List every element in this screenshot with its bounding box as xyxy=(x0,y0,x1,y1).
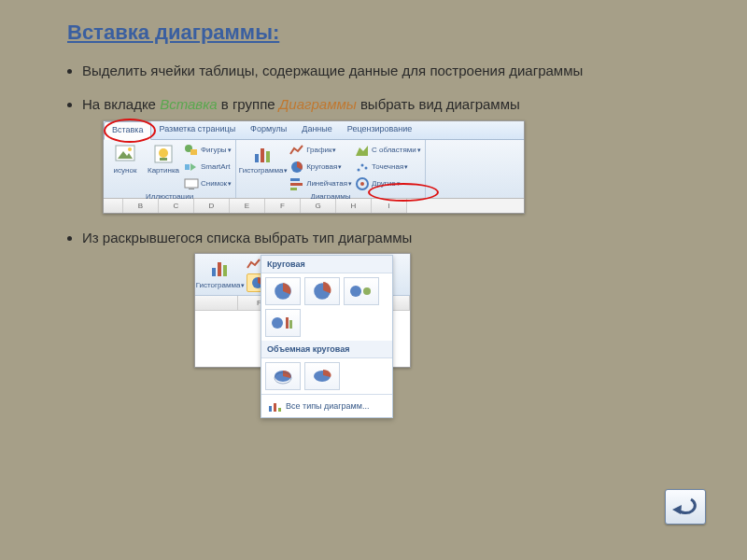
back-arrow-icon xyxy=(672,497,698,517)
svg-rect-7 xyxy=(190,149,197,155)
scatter-chart-button[interactable]: Точечная xyxy=(355,160,421,175)
svg-point-24 xyxy=(360,182,364,186)
tab-formulas[interactable]: Формулы xyxy=(243,121,294,139)
all-chart-types-button[interactable]: Все типы диаграмм... xyxy=(261,394,392,417)
svg-marker-9 xyxy=(190,163,196,171)
other-charts-button[interactable]: Другие xyxy=(355,176,421,191)
ribbon-tabs: Вставка Разметка страницы Формулы Данные… xyxy=(104,121,524,140)
gallery-header-pie: Круговая xyxy=(261,256,392,273)
bar-chart-button[interactable]: Линейчатая xyxy=(289,176,352,191)
svg-point-36 xyxy=(363,287,371,295)
back-button[interactable] xyxy=(665,489,706,525)
bullet-2: На вкладке Вставка в группе Диаграммы вы… xyxy=(82,95,719,213)
pie-chart-icon xyxy=(289,160,304,175)
svg-rect-17 xyxy=(290,183,303,186)
picture-icon xyxy=(114,143,136,165)
clipart-button[interactable]: Картинка xyxy=(146,143,181,175)
svg-rect-25 xyxy=(212,268,216,276)
emphasis-charts: Диаграммы xyxy=(279,96,357,112)
shapes-icon xyxy=(184,143,199,158)
svg-rect-13 xyxy=(261,148,264,162)
line-chart-button[interactable]: График xyxy=(289,143,352,158)
line-chart-icon xyxy=(247,257,261,272)
svg-rect-5 xyxy=(160,158,167,161)
svg-rect-43 xyxy=(269,406,272,412)
tab-pagelayout[interactable]: Разметка страницы xyxy=(151,121,243,139)
svg-rect-18 xyxy=(290,188,297,190)
area-chart-button[interactable]: С областями xyxy=(355,143,421,158)
picture-button[interactable]: исунок xyxy=(107,143,143,175)
svg-point-35 xyxy=(350,286,361,297)
group-charts: Гистограмма График Круговая Линейчатая С… xyxy=(236,140,426,198)
svg-point-2 xyxy=(128,147,132,151)
svg-point-4 xyxy=(159,148,168,158)
svg-rect-44 xyxy=(274,403,276,412)
svg-rect-39 xyxy=(289,320,292,329)
svg-rect-26 xyxy=(218,262,221,276)
pie-type-1[interactable] xyxy=(265,277,301,305)
column-chart-button[interactable]: Гистограмма xyxy=(240,143,287,175)
svg-rect-12 xyxy=(255,154,259,162)
screenshot-icon xyxy=(184,176,199,191)
tab-insert[interactable]: Вставка xyxy=(104,121,151,140)
column-chart-button-2[interactable]: Гистограмма xyxy=(198,257,243,291)
area-chart-icon xyxy=(355,143,370,158)
scatter-chart-icon xyxy=(355,160,370,175)
svg-point-37 xyxy=(272,317,283,329)
smartart-button[interactable]: SmartArt xyxy=(184,160,232,175)
svg-rect-8 xyxy=(185,164,190,170)
pie-type-2[interactable] xyxy=(304,277,340,305)
tab-review[interactable]: Рецензирование xyxy=(340,121,420,139)
ribbon-screenshot: Вставка Разметка страницы Формулы Данные… xyxy=(103,120,525,214)
pie-type-4[interactable] xyxy=(265,309,301,337)
smartart-icon xyxy=(184,160,199,175)
pie3d-type-1[interactable] xyxy=(265,362,301,390)
svg-point-20 xyxy=(357,168,359,171)
svg-rect-45 xyxy=(278,408,281,412)
column-chart-icon xyxy=(252,143,275,165)
group-illustrations: исунок Картинка Фигуры SmartArt Снимок xyxy=(104,140,236,198)
gallery-header-3dpie: Объемная круговая xyxy=(261,341,392,358)
pie-type-3[interactable] xyxy=(344,277,379,305)
bullet-1: Выделить ячейки таблицы, содержащие данн… xyxy=(82,62,719,80)
other-charts-icon xyxy=(355,176,370,191)
emphasis-insert: Вставка xyxy=(160,96,217,112)
screenshot-button[interactable]: Снимок xyxy=(184,176,232,191)
svg-rect-10 xyxy=(185,179,198,188)
svg-point-21 xyxy=(360,163,363,166)
svg-rect-38 xyxy=(286,317,289,329)
svg-rect-16 xyxy=(290,178,300,181)
clipart-icon xyxy=(152,143,175,165)
svg-rect-11 xyxy=(189,189,194,189)
pie3d-type-2[interactable] xyxy=(304,362,340,390)
slide-title: Вставка диаграммы: xyxy=(0,0,747,52)
svg-marker-46 xyxy=(672,505,682,514)
line-chart-icon xyxy=(289,143,304,158)
svg-point-22 xyxy=(364,166,367,169)
pie-chart-button[interactable]: Круговая xyxy=(289,160,352,175)
bar-chart-icon xyxy=(289,176,304,191)
svg-rect-27 xyxy=(223,265,227,276)
all-charts-icon xyxy=(267,399,282,413)
svg-marker-19 xyxy=(356,146,368,156)
tab-data[interactable]: Данные xyxy=(294,121,340,139)
shapes-button[interactable]: Фигуры xyxy=(184,143,232,158)
dropdown-screenshot: Гистограмма График Круговая С областями … xyxy=(194,253,411,368)
pie-gallery: Круговая Объемная круговая Все т xyxy=(261,255,393,418)
bullet-list: Выделить ячейки таблицы, содержащие данн… xyxy=(0,62,747,368)
column-headers: BC DE FG HI xyxy=(104,198,524,213)
bullet-3: Из раскрывшегося списка выбрать тип диаг… xyxy=(82,229,719,368)
column-chart-icon xyxy=(209,257,232,279)
svg-rect-14 xyxy=(266,151,270,162)
